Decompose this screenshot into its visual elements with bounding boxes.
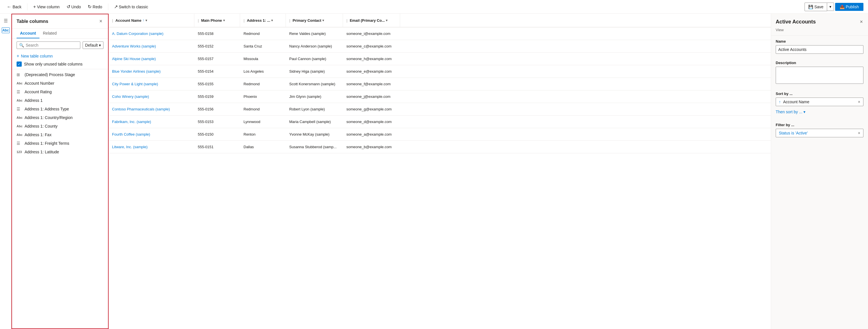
grid-body: A. Datum Corporation (sample) 555-0158 R… bbox=[108, 27, 771, 329]
toolbar-right-actions: 💾 Save ▾ 📤 Publish bbox=[805, 3, 863, 11]
search-input[interactable] bbox=[26, 43, 78, 48]
new-column-button[interactable]: + New table column bbox=[12, 52, 108, 60]
tab-account[interactable]: Account bbox=[17, 29, 39, 38]
grid-icon: ⊞ bbox=[17, 72, 22, 77]
table-row: Fourth Coffee (sample) 555-0150 Renton Y… bbox=[108, 128, 771, 141]
account-link[interactable]: Fabrikam, Inc. (sample) bbox=[112, 119, 151, 124]
cell-contact: Paul Cannon (sample) bbox=[286, 57, 343, 61]
plus-icon: + bbox=[17, 54, 19, 59]
sort-chip-text: Account Name bbox=[783, 100, 856, 104]
tab-related[interactable]: Related bbox=[39, 29, 60, 38]
list-item[interactable]: Abc Address 1: Fax bbox=[12, 131, 108, 139]
list-item[interactable]: ⊞ (Deprecated) Process Stage bbox=[12, 71, 108, 79]
description-textarea[interactable] bbox=[776, 67, 863, 84]
abc-icon[interactable]: Abc bbox=[2, 27, 10, 33]
cell-contact: Sidney Higa (sample) bbox=[286, 69, 343, 74]
cell-email: someone_j@example.com bbox=[343, 94, 400, 99]
cell-contact: Scott Konersmann (sample) bbox=[286, 82, 343, 86]
switch-classic-button[interactable]: ↗ Switch to classic bbox=[112, 3, 151, 10]
list-item[interactable]: ☰ Address 1: Freight Terms bbox=[12, 139, 108, 147]
default-dropdown[interactable]: Default ▾ bbox=[83, 42, 103, 49]
account-link[interactable]: Alpine Ski House (sample) bbox=[112, 57, 156, 61]
chevron-down-icon: ▾ bbox=[146, 19, 147, 22]
account-link[interactable]: Adventure Works (sample) bbox=[112, 44, 156, 48]
cell-contact: Yvonne McKay (sample) bbox=[286, 132, 343, 136]
col-header-primary-contact[interactable]: | Primary Contact ▾ bbox=[286, 14, 343, 27]
account-link[interactable]: A. Datum Corporation (sample) bbox=[112, 31, 163, 36]
menu-icon: ☰ bbox=[17, 89, 22, 94]
list-item[interactable]: Abc Address 1: County bbox=[12, 122, 108, 131]
menu-icon[interactable]: ☰ bbox=[1, 16, 10, 25]
redo-button[interactable]: ↻ Redo bbox=[86, 3, 104, 10]
back-icon: ← bbox=[7, 4, 11, 9]
columns-panel: Table columns × Account Related 🔍 Defaul… bbox=[11, 14, 108, 329]
list-item[interactable]: Abc Address 1 bbox=[12, 96, 108, 105]
description-label: Description bbox=[776, 61, 863, 65]
then-sort-button[interactable]: Then sort by ... ▾ bbox=[776, 108, 805, 116]
undo-label: Undo bbox=[71, 5, 81, 9]
undo-button[interactable]: ↺ Undo bbox=[64, 3, 83, 10]
name-label: Name bbox=[776, 39, 863, 44]
filter-chip-text[interactable]: Status is 'Active' bbox=[779, 131, 856, 135]
redo-icon: ↻ bbox=[88, 4, 91, 9]
account-link[interactable]: Fourth Coffee (sample) bbox=[112, 132, 150, 136]
checkbox-row: ✓ Show only unused table columns bbox=[12, 60, 108, 69]
chevron-down-icon: ▾ bbox=[223, 19, 225, 22]
cell-phone: 555-0153 bbox=[194, 119, 240, 124]
cell-account: Contoso Pharmaceuticals (sample) bbox=[108, 107, 194, 111]
col-header-main-phone[interactable]: | Main Phone ▾ bbox=[194, 14, 240, 27]
cell-contact: Susanna Stubberod (samp... bbox=[286, 145, 343, 149]
show-unused-checkbox[interactable]: ✓ bbox=[17, 61, 22, 67]
account-link[interactable]: City Power & Light (sample) bbox=[112, 82, 158, 86]
right-panel-close-button[interactable]: × bbox=[859, 18, 863, 25]
cell-phone: 555-0156 bbox=[194, 107, 240, 111]
account-link[interactable]: Litware, Inc. (sample) bbox=[112, 145, 148, 149]
column-item-label: Account Rating bbox=[25, 89, 52, 94]
publish-button[interactable]: 📤 Publish bbox=[835, 3, 863, 11]
search-box: 🔍 bbox=[17, 42, 80, 49]
column-item-label: Address 1: County bbox=[25, 124, 57, 129]
number-icon: 123 bbox=[17, 150, 22, 154]
add-column-icon: + bbox=[33, 4, 36, 9]
col-header-address[interactable]: | Address 1: ... ▾ bbox=[240, 14, 286, 27]
cell-address: Lynnwood bbox=[240, 119, 286, 124]
list-item[interactable]: ☰ Address 1: Address Type bbox=[12, 105, 108, 113]
save-dropdown-button[interactable]: ▾ bbox=[827, 3, 834, 11]
account-link[interactable]: Contoso Pharmaceuticals (sample) bbox=[112, 107, 170, 111]
publish-icon: 📤 bbox=[840, 5, 844, 9]
table-row: City Power & Light (sample) 555-0155 Red… bbox=[108, 78, 771, 90]
cell-phone: 555-0150 bbox=[194, 132, 240, 136]
filter-chip-remove-button[interactable]: × bbox=[858, 131, 860, 135]
save-button[interactable]: 💾 Save bbox=[805, 3, 827, 11]
sort-label: Sort by ... bbox=[776, 91, 863, 96]
panel-tabs: Account Related bbox=[12, 29, 108, 38]
cell-account: Alpine Ski House (sample) bbox=[108, 57, 194, 61]
list-item[interactable]: 123 Address 1: Latitude bbox=[12, 147, 108, 156]
cell-account: City Power & Light (sample) bbox=[108, 82, 194, 86]
cell-phone: 555-0157 bbox=[194, 57, 240, 61]
account-link[interactable]: Blue Yonder Airlines (sample) bbox=[112, 69, 161, 74]
back-button[interactable]: ← Back bbox=[5, 3, 24, 10]
chevron-down-icon: ▾ bbox=[386, 19, 388, 22]
sort-chip-remove-button[interactable]: × bbox=[858, 100, 860, 104]
cell-contact: Maria Campbell (sample) bbox=[286, 119, 343, 124]
column-item-label: Address 1: Fax bbox=[25, 133, 52, 137]
account-link[interactable]: Coho Winery (sample) bbox=[112, 94, 149, 99]
list-item[interactable]: ☰ Account Rating bbox=[12, 87, 108, 96]
col-sep-icon: | bbox=[112, 18, 113, 23]
panel-search-row: 🔍 Default ▾ bbox=[12, 38, 108, 52]
list-item[interactable]: Abc Account Number bbox=[12, 79, 108, 87]
name-input[interactable] bbox=[776, 45, 863, 54]
cell-contact: Jim Glynn (sample) bbox=[286, 94, 343, 99]
chevron-down-icon: ▾ bbox=[803, 110, 805, 114]
show-unused-label[interactable]: Show only unused table columns bbox=[24, 62, 83, 66]
panel-close-button[interactable]: × bbox=[98, 18, 103, 25]
col-header-email[interactable]: | Email (Primary Co... ▾ bbox=[343, 14, 400, 27]
col-header-account-name[interactable]: | Account Name ↑ ▾ bbox=[108, 14, 194, 27]
list-item[interactable]: Abc Address 1: Country/Region bbox=[12, 113, 108, 122]
view-column-button[interactable]: + View column bbox=[31, 3, 62, 10]
cell-account: Blue Yonder Airlines (sample) bbox=[108, 69, 194, 74]
cell-contact: Robert Lyon (sample) bbox=[286, 107, 343, 111]
save-icon: 💾 bbox=[808, 5, 813, 9]
table-row: Adventure Works (sample) 555-0152 Santa … bbox=[108, 40, 771, 53]
